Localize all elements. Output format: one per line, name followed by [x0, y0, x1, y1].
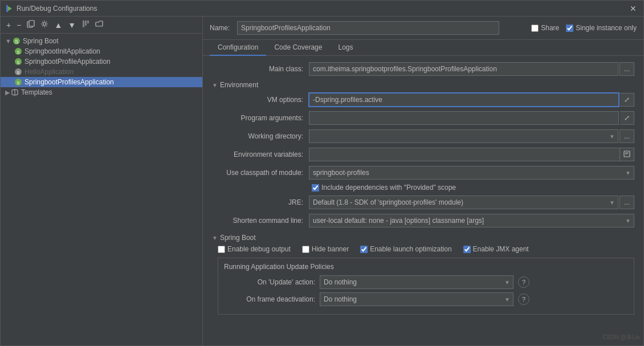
tab-configuration[interactable]: Configuration [210, 40, 266, 56]
svg-rect-5 [83, 21, 84, 27]
tree-springboot-profiles[interactable]: S SpringbootProfilesApplication [1, 77, 202, 87]
on-frame-label: On frame deactivation: [224, 295, 315, 303]
on-update-row: On 'Update' action: Do nothing Hot swap … [224, 275, 628, 289]
vm-options-label: VM options: [212, 96, 309, 104]
program-args-input[interactable] [309, 111, 619, 125]
svg-rect-1 [6, 5, 8, 12]
tree-templates[interactable]: ▶ Templates [1, 87, 202, 97]
vm-options-wrap: ⤢ [309, 93, 634, 107]
right-panel: Name: Share Single instance only Configu… [203, 17, 643, 345]
jre-label: JRE: [212, 198, 309, 206]
env-vars-input[interactable] [309, 148, 620, 161]
move-down-button[interactable]: ▼ [66, 19, 78, 31]
on-update-help-button[interactable]: ? [518, 276, 529, 288]
main-content: + − ▲ ▼ ▼ [1, 17, 643, 345]
expand-springboot-icon: ▼ [5, 38, 11, 44]
enable-launch-checkbox[interactable] [360, 246, 368, 253]
tab-code-coverage[interactable]: Code Coverage [266, 40, 330, 56]
tree-springboot-init[interactable]: S SpringbootInitApplication [1, 46, 202, 56]
include-deps-label[interactable]: Include dependencies with "Provided" sco… [312, 184, 456, 192]
springboot-expand-icon[interactable]: ▼ [212, 235, 218, 241]
sidebar: + − ▲ ▼ ▼ [1, 17, 203, 345]
program-args-label: Program arguments: [212, 114, 309, 122]
remove-config-button[interactable]: − [14, 19, 23, 31]
environment-label: Environment [220, 81, 258, 89]
sidebar-tree: ▼ S Spring Boot S [1, 34, 202, 345]
config-panel: Main class: ... ▼ Environment VM options… [203, 56, 643, 345]
add-config-button[interactable]: + [4, 19, 13, 31]
vm-options-input[interactable] [309, 93, 619, 107]
enable-jmx-checkbox[interactable] [463, 246, 471, 253]
svg-text:S: S [17, 80, 19, 86]
hide-banner-checkbox[interactable] [302, 246, 309, 253]
springboot-init-label: SpringbootInitApplication [25, 47, 100, 55]
folder-button[interactable] [93, 19, 105, 31]
main-class-input[interactable] [309, 62, 618, 76]
classpath-row: Use classpath of module: springboot-prof… [212, 165, 634, 180]
update-policies-title: Running Application Update Policies [224, 263, 628, 271]
env-vars-row: Environment variables: [212, 147, 634, 162]
copy-config-button[interactable] [25, 19, 37, 31]
on-frame-help-button[interactable]: ? [518, 294, 529, 305]
title-bar-left: Run/Debug Configurations [5, 5, 97, 13]
tree-hello[interactable]: S HelloApplication [1, 67, 202, 77]
include-deps-row: Include dependencies with "Provided" sco… [212, 184, 634, 192]
share-checkbox-label[interactable]: Share [531, 24, 559, 32]
working-dir-input[interactable] [309, 129, 618, 143]
springboot-section-header: ▼ Spring Boot [212, 234, 634, 242]
vm-options-expand-button[interactable]: ⤢ [620, 93, 634, 107]
enable-debug-label[interactable]: Enable debug output [218, 245, 291, 253]
enable-jmx-label[interactable]: Enable JMX agent [463, 245, 529, 253]
env-vars-browse-button[interactable] [620, 148, 634, 161]
jre-select[interactable]: Default (1.8 - SDK of 'springboot-profil… [309, 196, 618, 209]
move-up-button[interactable]: ▲ [52, 19, 64, 31]
shorten-cmd-select[interactable]: user-local default: none - java [options… [309, 214, 634, 227]
close-button[interactable]: ✕ [627, 4, 639, 13]
on-frame-row: On frame deactivation: Do nothing Hot sw… [224, 292, 628, 306]
main-class-browse-button[interactable]: ... [619, 62, 634, 76]
enable-debug-checkbox[interactable] [218, 246, 225, 253]
on-update-select[interactable]: Do nothing Hot swap classes Restart [320, 275, 513, 289]
svg-text:S: S [17, 60, 19, 65]
springboot-profiles-icon: S [14, 78, 22, 86]
tree-springboot-profile[interactable]: S SpringbootProfileApplication [1, 56, 202, 67]
single-instance-checkbox[interactable] [566, 25, 573, 32]
single-instance-checkbox-label[interactable]: Single instance only [566, 24, 637, 32]
single-instance-label: Single instance only [576, 24, 637, 32]
on-frame-select[interactable]: Do nothing Hot swap classes Restart [320, 292, 513, 306]
sort-button[interactable] [79, 19, 92, 31]
name-bar: Name: Share Single instance only [203, 17, 643, 40]
update-policies-section: Running Application Update Policies On '… [218, 258, 634, 315]
environment-expand-icon[interactable]: ▼ [212, 82, 218, 88]
tab-logs[interactable]: Logs [330, 40, 361, 56]
templates-icon [11, 88, 19, 96]
working-dir-browse-button[interactable]: ... [619, 129, 634, 143]
tree-springboot-group[interactable]: ▼ S Spring Boot [1, 36, 202, 46]
hide-banner-label[interactable]: Hide banner [302, 245, 349, 253]
share-checkbox[interactable] [531, 25, 539, 32]
title-bar: Run/Debug Configurations ✕ [1, 1, 643, 17]
jre-browse-button[interactable]: ... [619, 196, 634, 209]
svg-text:S: S [17, 70, 19, 75]
program-args-row: Program arguments: ⤢ [212, 111, 634, 125]
on-update-select-wrap: Do nothing Hot swap classes Restart ▼ [320, 275, 513, 289]
working-dir-row: Working directory: ▼ ... [212, 129, 634, 144]
watermark: CSDN @朱Lia [602, 333, 639, 341]
include-deps-checkbox[interactable] [312, 184, 319, 192]
tabs: Configuration Code Coverage Logs [203, 40, 643, 56]
enable-launch-label[interactable]: Enable launch optimization [360, 245, 451, 253]
name-label: Name: [210, 24, 233, 32]
hide-banner-text: Hide banner [312, 245, 349, 253]
settings-button[interactable] [38, 19, 51, 31]
springboot-init-icon: S [14, 47, 22, 55]
window-title: Run/Debug Configurations [17, 5, 97, 13]
program-args-expand-button[interactable]: ⤢ [620, 111, 634, 125]
on-update-label: On 'Update' action: [224, 278, 315, 286]
templates-label: Templates [21, 88, 52, 96]
springboot-profile-label: SpringbootProfileApplication [25, 58, 111, 66]
env-vars-label: Environment variables: [212, 150, 309, 158]
shorten-cmd-select-wrap: user-local default: none - java [options… [309, 214, 634, 227]
shorten-cmd-row: Shorten command line: user-local default… [212, 213, 634, 228]
name-input[interactable] [237, 21, 499, 35]
classpath-select[interactable]: springboot-profiles [309, 166, 634, 180]
